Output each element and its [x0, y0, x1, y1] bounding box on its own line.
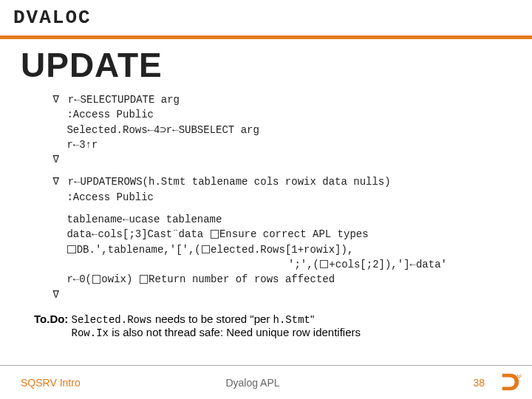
svg-text:APL: APL [516, 374, 522, 379]
code-line: r←SELECTUPDATE arg [61, 94, 180, 106]
glyph-box-icon [140, 275, 148, 283]
glyph-box-icon [202, 245, 210, 253]
code-line: r←3↑r [50, 137, 511, 152]
brand-logo: DVALOC [13, 7, 92, 29]
code-block-3: tablename←ucase tablename data←cols[;3]C… [50, 212, 511, 302]
code-line: r←UPDATEROWS(h.Stmt tablename cols rowix… [61, 176, 390, 188]
code-block-2: ∇ r←UPDATEROWS(h.Stmt tablename cols row… [50, 174, 511, 205]
del-close-icon: ∇ [50, 152, 61, 167]
todo-code: h.Stmt [273, 314, 310, 326]
code-line: Selected.Rows←4⊃r←SUBSELECT arg [50, 123, 511, 137]
glyph-box-icon [92, 275, 100, 283]
todo-code: Selected.Rows [72, 314, 152, 326]
del-close-icon: ∇ [50, 287, 61, 302]
footer-center: Dyalog APL [175, 377, 330, 389]
glyph-box-icon [320, 260, 328, 268]
footer-left: SQSRV Intro [0, 377, 175, 389]
page-title: UPDATE [21, 45, 511, 85]
glyph-box-icon [211, 230, 219, 238]
todo-text: needs to be stored "per [152, 313, 273, 325]
dyalog-logo-icon: APL [499, 371, 522, 393]
glyph-box-icon [67, 245, 75, 253]
code-line: data←cols[;3]Cast¨data Ensure correct AP… [50, 227, 511, 242]
del-open-icon: ∇ [50, 92, 61, 107]
code-line: r←0(owix) Return number of rows affected [50, 272, 511, 287]
code-block-1: ∇ r←SELECTUPDATE arg :Access Public Sele… [50, 92, 511, 167]
slide-body: UPDATE ∇ r←SELECTUPDATE arg :Access Publ… [0, 39, 532, 339]
code-line: :Access Public [50, 190, 511, 205]
todo-label: To.Do: [34, 313, 68, 325]
todo-code: Row.Ix [72, 327, 109, 339]
del-open-icon: ∇ [50, 174, 61, 189]
todo-block: To.Do: Selected.Rows needs to be stored … [34, 313, 511, 339]
topbar: DVALOC [0, 0, 532, 35]
todo-text: is also not thread safe: Need unique row… [109, 326, 361, 338]
footer: SQSRV Intro Dyalog APL 38 [0, 365, 532, 399]
code-line: :Access Public [50, 107, 511, 122]
code-line: tablename←ucase tablename [50, 212, 511, 227]
code-line: DB.',tablename,'[',(elected.Rows[1+rowix… [50, 242, 511, 257]
code-line: ';',(+cols[;2]),']←data' [50, 257, 511, 272]
todo-text: " [310, 313, 314, 325]
